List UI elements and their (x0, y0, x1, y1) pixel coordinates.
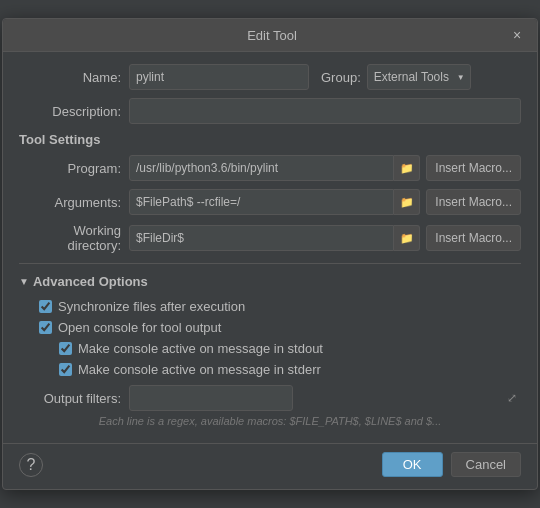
description-input[interactable] (129, 98, 521, 124)
arguments-input-group: 📁 (129, 189, 420, 215)
dialog-footer: ? OK Cancel (3, 443, 537, 489)
program-label: Program: (19, 161, 129, 176)
footer-buttons: OK Cancel (382, 452, 521, 477)
stderr-checkbox[interactable] (59, 363, 72, 376)
open-console-label: Open console for tool output (58, 320, 221, 335)
program-input[interactable] (129, 155, 394, 181)
dialog-title: Edit Tool (35, 28, 509, 43)
open-console-row: Open console for tool output (39, 320, 521, 335)
advanced-options-label: Advanced Options (33, 274, 148, 289)
program-browse-button[interactable]: 📁 (394, 155, 420, 181)
edit-tool-dialog: Edit Tool × Name: Group: External Tools … (2, 18, 538, 490)
working-dir-input-group: 📁 (129, 225, 420, 251)
name-input[interactable] (129, 64, 309, 90)
hint-text: Each line is a regex, available macros: … (19, 415, 521, 427)
group-section: Group: External Tools Other (321, 64, 471, 90)
group-select-wrapper: External Tools Other (367, 64, 471, 90)
console-sub-options: Make console active on message in stdout… (59, 341, 521, 377)
working-dir-browse-button[interactable]: 📁 (394, 225, 420, 251)
output-filters-wrapper: ⤢ (129, 385, 521, 411)
title-bar: Edit Tool × (3, 19, 537, 52)
help-button[interactable]: ? (19, 453, 43, 477)
advanced-options-content: Synchronize files after execution Open c… (39, 299, 521, 377)
working-dir-input[interactable] (129, 225, 394, 251)
description-row: Description: (19, 98, 521, 124)
synchronize-row: Synchronize files after execution (39, 299, 521, 314)
synchronize-checkbox[interactable] (39, 300, 52, 313)
program-input-group: 📁 (129, 155, 420, 181)
working-dir-row: Working directory: 📁 Insert Macro... (19, 223, 521, 253)
output-filters-row: Output filters: ⤢ (19, 385, 521, 411)
stderr-row: Make console active on message in stderr (59, 362, 521, 377)
program-row: Program: 📁 Insert Macro... (19, 155, 521, 181)
group-label: Group: (321, 70, 361, 85)
arguments-input[interactable] (129, 189, 394, 215)
arguments-label: Arguments: (19, 195, 129, 210)
synchronize-label: Synchronize files after execution (58, 299, 245, 314)
working-dir-insert-macro-button[interactable]: Insert Macro... (426, 225, 521, 251)
arguments-row: Arguments: 📁 Insert Macro... (19, 189, 521, 215)
stdout-row: Make console active on message in stdout (59, 341, 521, 356)
expand-icon: ⤢ (507, 391, 517, 405)
group-select[interactable]: External Tools Other (367, 64, 471, 90)
tool-settings-block: Program: 📁 Insert Macro... Arguments: 📁 … (19, 155, 521, 253)
tool-settings-label: Tool Settings (19, 132, 521, 147)
advanced-options-header[interactable]: ▼ Advanced Options (19, 274, 521, 289)
name-label: Name: (19, 70, 129, 85)
description-label: Description: (19, 104, 129, 119)
close-button[interactable]: × (509, 27, 525, 43)
arguments-browse-button[interactable]: 📁 (394, 189, 420, 215)
name-group-row: Name: Group: External Tools Other (19, 64, 521, 90)
output-filters-label: Output filters: (19, 391, 129, 406)
open-console-checkbox[interactable] (39, 321, 52, 334)
advanced-arrow-icon: ▼ (19, 276, 29, 287)
stdout-label: Make console active on message in stdout (78, 341, 323, 356)
ok-button[interactable]: OK (382, 452, 443, 477)
output-filters-input[interactable] (129, 385, 293, 411)
divider (19, 263, 521, 264)
arguments-insert-macro-button[interactable]: Insert Macro... (426, 189, 521, 215)
stdout-checkbox[interactable] (59, 342, 72, 355)
cancel-button[interactable]: Cancel (451, 452, 521, 477)
program-insert-macro-button[interactable]: Insert Macro... (426, 155, 521, 181)
dialog-body: Name: Group: External Tools Other Descri… (3, 52, 537, 439)
working-dir-label: Working directory: (19, 223, 129, 253)
stderr-label: Make console active on message in stderr (78, 362, 321, 377)
